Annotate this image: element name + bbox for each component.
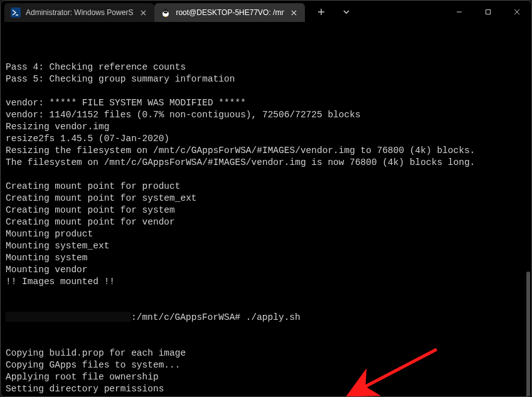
titlebar: Administrator: Windows PowerS root@DESKT… — [1, 1, 531, 23]
terminal-line: vendor: ***** FILE SYSTEM WAS MODIFIED *… — [6, 97, 526, 109]
maximize-button[interactable] — [474, 2, 503, 22]
minimize-button[interactable] — [445, 2, 474, 22]
terminal-line — [6, 169, 526, 181]
terminal-line: Pass 5: Checking group summary informati… — [6, 73, 526, 85]
tab-actions — [305, 1, 363, 23]
terminal-line: Mounting product — [6, 228, 526, 240]
tab-linux[interactable]: root@DESKTOP-5HE77VO: /mn — [154, 3, 305, 22]
terminal-line: The filesystem on /mnt/c/GAppsForWSA/#IM… — [6, 157, 526, 169]
redacted-user-host — [6, 312, 131, 322]
svg-point-4 — [166, 11, 167, 12]
tab-powershell[interactable]: Administrator: Windows PowerS — [4, 3, 154, 22]
terminal-line: Applying root file ownership — [6, 371, 526, 383]
terminal-line: Copying GApps files to system... — [6, 359, 526, 371]
terminal-output: Pass 4: Checking reference countsPass 5:… — [6, 50, 526, 288]
terminal-line — [6, 50, 526, 61]
terminal-line: vendor: 1140/1152 files (0.7% non-contig… — [6, 109, 526, 121]
tab-title: Administrator: Windows PowerS — [26, 8, 133, 17]
close-button[interactable] — [503, 2, 531, 22]
tab-dropdown-button[interactable] — [338, 3, 355, 21]
terminal-line: Setting file permissions — [6, 395, 526, 396]
svg-rect-5 — [486, 10, 491, 14]
powershell-icon — [11, 8, 21, 18]
terminal-line: Resizing the filesystem on /mnt/c/GAppsF… — [6, 145, 526, 157]
terminal-line: Creating mount point for system_ext — [6, 193, 526, 204]
terminal-line: Creating mount point for product — [6, 181, 526, 193]
tab-strip: Administrator: Windows PowerS root@DESKT… — [1, 1, 305, 23]
new-tab-button[interactable] — [312, 3, 330, 21]
terminal-line: Mounting system — [6, 252, 526, 264]
tab-close-button[interactable] — [138, 8, 148, 18]
scrollbar-thumb[interactable] — [526, 272, 530, 396]
terminal-line: Resizing vendor.img — [6, 121, 526, 133]
terminal-window: Administrator: Windows PowerS root@DESKT… — [0, 0, 532, 397]
svg-point-2 — [164, 9, 168, 14]
terminal-line — [6, 85, 526, 97]
tab-close-button[interactable] — [289, 8, 299, 18]
terminal-line: Creating mount point for system — [6, 204, 526, 216]
shell-prompt-line: :/mnt/c/GAppsForWSA# ./apply.sh — [6, 312, 526, 324]
prompt-text: :/mnt/c/GAppsForWSA# ./apply.sh — [131, 312, 301, 322]
tab-title: root@DESKTOP-5HE77VO: /mn — [176, 8, 284, 17]
titlebar-drag-area[interactable] — [363, 1, 445, 23]
terminal-line: Setting directory permissions — [6, 383, 526, 395]
tux-icon — [161, 8, 171, 18]
terminal-line: Pass 4: Checking reference counts — [6, 61, 526, 73]
terminal-line: resize2fs 1.45.5 (07-Jan-2020) — [6, 133, 526, 145]
terminal-line: Copying build.prop for each image — [6, 347, 526, 359]
window-controls — [445, 1, 531, 23]
terminal-line: Mounting vendor — [6, 264, 526, 276]
terminal-line: Mounting system_ext — [6, 240, 526, 252]
terminal-output: Copying build.prop for each imageCopying… — [6, 347, 526, 396]
svg-point-3 — [164, 11, 165, 12]
terminal-pane[interactable]: Pass 4: Checking reference countsPass 5:… — [1, 23, 531, 396]
terminal-line: Creating mount point for vendor — [6, 216, 526, 228]
terminal-line: !! Images mounted !! — [6, 276, 526, 288]
